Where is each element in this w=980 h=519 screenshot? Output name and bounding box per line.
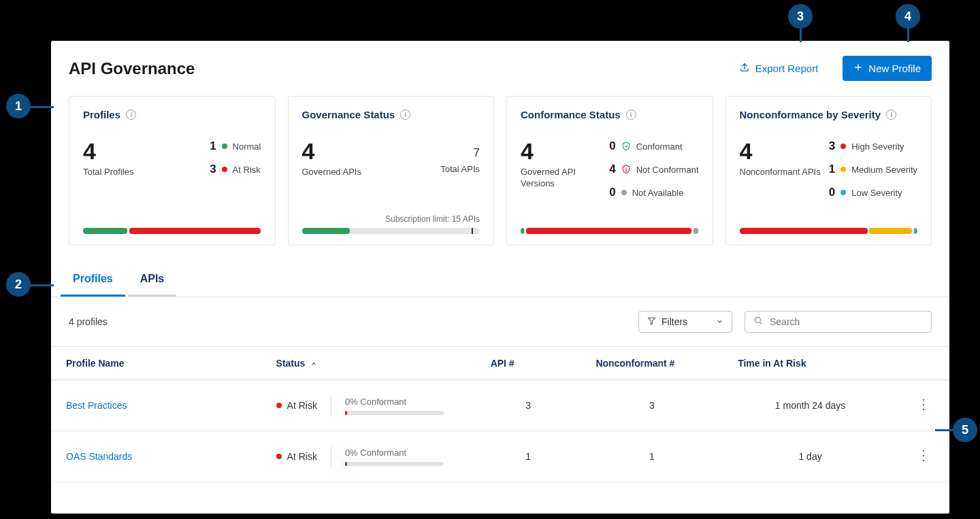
- status-text: At Risk: [287, 400, 317, 411]
- search-field[interactable]: [745, 311, 932, 333]
- new-profile-label: New Profile: [868, 63, 921, 74]
- table-row: OAS Standards At Risk 0% Conformant: [51, 431, 949, 482]
- profiles-total: 4: [83, 139, 133, 163]
- governed-apis-count: 4: [302, 139, 361, 163]
- search-icon: [753, 316, 763, 328]
- tab-apis[interactable]: APIs: [128, 266, 177, 297]
- med-sev-count: 1: [824, 163, 835, 176]
- profiles-bar: [83, 228, 261, 234]
- card-severity-title-text: Nonconformance by Severity: [740, 109, 881, 120]
- conformant-label: Conformant: [636, 141, 683, 152]
- profile-name-link[interactable]: OAS Standards: [66, 451, 132, 462]
- profiles-total-label: Total Profiles: [83, 167, 133, 178]
- med-sev-label: Medium Severity: [851, 165, 917, 175]
- conformant-count: 0: [605, 139, 616, 153]
- governed-apis-label: Governed APIs: [302, 167, 361, 178]
- nonconformant-apis-count: 4: [740, 139, 821, 163]
- status-cell: At Risk: [276, 451, 317, 462]
- card-severity-title: Nonconformance by Severity i: [740, 109, 918, 120]
- dot-amber-icon: [840, 167, 846, 172]
- nonconformant-apis-label: Nonconformant APIs: [740, 167, 821, 178]
- annotation-leader-2: [31, 284, 54, 286]
- not-available-count: 0: [605, 186, 616, 199]
- dot-red-icon: [276, 454, 282, 459]
- chevron-down-icon: [716, 316, 723, 327]
- filters-label: Filters: [662, 316, 687, 327]
- profiles-normal-count: 1: [206, 139, 216, 153]
- row-actions-menu[interactable]: ⋮: [913, 401, 934, 407]
- nonconf-count-cell: 3: [581, 380, 723, 431]
- col-profile-name[interactable]: Profile Name: [51, 347, 261, 380]
- svg-marker-5: [649, 318, 655, 324]
- governed-versions-count: 4: [521, 139, 589, 163]
- filter-icon: [647, 316, 656, 327]
- col-time-at-risk[interactable]: Time in At Risk: [723, 347, 898, 380]
- shield-alert-icon: [621, 165, 631, 174]
- annotation-leader-4: [907, 29, 909, 42]
- not-conformant-count: 4: [605, 163, 616, 176]
- conformance-bar: [521, 228, 699, 234]
- card-profiles: Profiles i 4 Total Profiles 1 Normal 3: [69, 96, 276, 246]
- info-icon[interactable]: i: [626, 110, 636, 120]
- high-sev-count: 3: [824, 139, 835, 153]
- profiles-atrisk-label: At Risk: [233, 165, 261, 175]
- dot-blue-icon: [840, 190, 846, 195]
- col-status-label: Status: [276, 358, 306, 369]
- high-sev-label: High Severity: [851, 141, 904, 152]
- annotation-badge-3: 3: [788, 4, 813, 29]
- info-icon[interactable]: i: [400, 110, 410, 120]
- export-report-label: Export Report: [755, 63, 819, 74]
- page-title: API Governance: [69, 59, 739, 78]
- card-conformance-title: Conformance Status i: [521, 109, 699, 120]
- col-status[interactable]: Status: [261, 347, 476, 380]
- conformance-pct: 0% Conformant: [345, 397, 444, 407]
- new-profile-button[interactable]: New Profile: [843, 56, 932, 81]
- not-conformant-label: Not Conformant: [636, 165, 699, 175]
- low-sev-count: 0: [824, 186, 835, 199]
- annotation-badge-1: 1: [6, 94, 31, 118]
- card-conformance: Conformance Status i 4 Governed API Vers…: [506, 96, 713, 246]
- annotation-leader-1: [31, 106, 54, 108]
- header: API Governance Export Report New Profile: [51, 41, 949, 90]
- governed-versions-label: Governed API Versions: [521, 167, 589, 190]
- sort-asc-icon: [310, 361, 317, 367]
- tab-profiles[interactable]: Profiles: [61, 266, 125, 297]
- annotation-badge-2: 2: [6, 272, 31, 297]
- col-api-count[interactable]: API #: [476, 347, 581, 380]
- svg-point-4: [625, 171, 626, 171]
- card-governance-title-text: Governance Status: [302, 109, 395, 120]
- total-apis-label: Total APIs: [440, 164, 480, 175]
- api-count-cell: 3: [476, 380, 581, 431]
- card-conformance-title-text: Conformance Status: [521, 109, 621, 120]
- total-apis-count: 7: [440, 146, 480, 160]
- info-icon[interactable]: i: [886, 110, 896, 120]
- profile-name-link[interactable]: Best Practices: [66, 400, 127, 411]
- subscription-limit-note: Subscription limit: 15 APIs: [302, 214, 480, 224]
- conformance-bar: [345, 462, 444, 466]
- time-at-risk-cell: 1 month 24 days: [723, 380, 898, 431]
- export-report-link[interactable]: Export Report: [739, 62, 819, 75]
- api-count-cell: 1: [476, 431, 581, 482]
- summary-cards-row: Profiles i 4 Total Profiles 1 Normal 3: [51, 90, 949, 246]
- col-nonconf-count[interactable]: Nonconformant #: [581, 347, 723, 380]
- card-profiles-title-text: Profiles: [83, 109, 120, 120]
- profiles-normal-label: Normal: [233, 141, 261, 152]
- svg-line-7: [760, 322, 762, 324]
- card-governance: Governance Status i 4 Governed APIs 7 To…: [288, 96, 495, 246]
- annotation-leader-3: [800, 29, 802, 42]
- search-input[interactable]: [768, 316, 923, 328]
- table-block: 4 profiles Filters: [51, 297, 949, 482]
- time-at-risk-cell: 1 day: [723, 431, 898, 482]
- main-panel: API Governance Export Report New Profile…: [51, 41, 949, 514]
- info-icon[interactable]: i: [126, 110, 136, 120]
- severity-bar: [740, 228, 918, 234]
- profiles-table: Profile Name Status API # Nonconformant …: [51, 347, 949, 482]
- nonconf-count-cell: 1: [581, 431, 723, 482]
- dot-red-icon: [840, 144, 846, 149]
- filters-button[interactable]: Filters: [638, 311, 732, 333]
- table-row: Best Practices At Risk 0% Conformant: [51, 380, 949, 431]
- table-toolbar: 4 profiles Filters: [51, 297, 949, 347]
- governance-bar: [302, 228, 480, 234]
- status-cell: At Risk: [276, 400, 317, 411]
- row-actions-menu[interactable]: ⋮: [913, 452, 934, 458]
